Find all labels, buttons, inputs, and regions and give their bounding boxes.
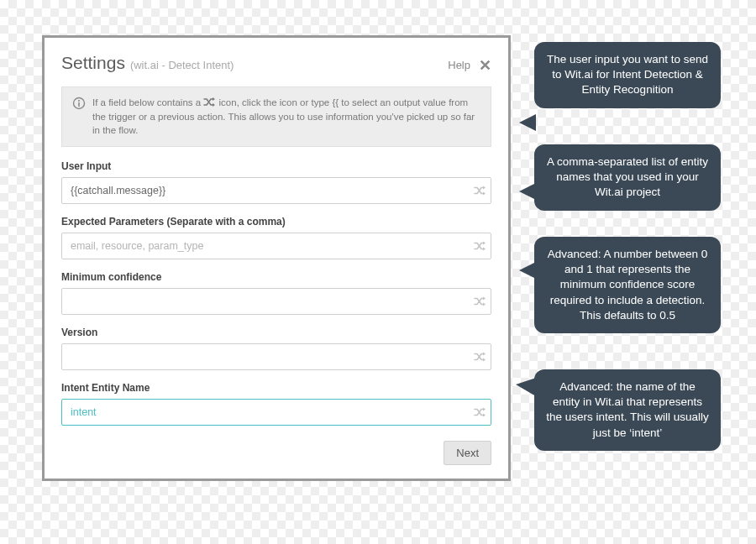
field-expected-params: Expected Parameters (Separate with a com…: [61, 216, 491, 259]
help-link[interactable]: Help: [448, 59, 470, 71]
callout-user-input: The user input you want to send to Wit.a…: [534, 42, 721, 108]
shuffle-icon[interactable]: [474, 296, 486, 307]
shuffle-icon[interactable]: [474, 241, 486, 252]
info-banner: If a field below contains a icon, click …: [61, 86, 491, 147]
expected-params-input[interactable]: [61, 233, 491, 259]
next-button[interactable]: Next: [444, 441, 491, 465]
callout-intent-entity: Advanced: the name of the entity in Wit.…: [534, 369, 721, 451]
field-min-confidence: Minimum confidence: [61, 271, 491, 315]
field-version: Version: [61, 327, 491, 370]
user-input[interactable]: [61, 177, 491, 204]
callout-text: Advanced: A number between 0 and 1 that …: [548, 248, 708, 322]
shuffle-icon: [203, 97, 216, 107]
field-user-input: User Input: [61, 160, 491, 204]
shuffle-icon[interactable]: [474, 352, 486, 363]
panel-title: Settings: [61, 53, 125, 73]
label-intent-entity: Intent Entity Name: [61, 382, 491, 394]
info-banner-text: If a field below contains a icon, click …: [92, 96, 480, 138]
shuffle-icon[interactable]: [474, 407, 486, 418]
panel-header: Settings (wit.ai - Detect Intent) Help ✕: [61, 53, 491, 73]
callout-tail: [519, 114, 536, 131]
callout-text: Advanced: the name of the entity in Wit.…: [546, 380, 708, 439]
info-text-before: If a field below contains a: [92, 97, 203, 107]
panel-subtitle: (wit.ai - Detect Intent): [130, 59, 234, 71]
close-icon[interactable]: ✕: [479, 58, 491, 73]
version-input[interactable]: [61, 343, 491, 370]
label-expected-params: Expected Parameters (Separate with a com…: [61, 216, 491, 228]
panel-title-wrap: Settings (wit.ai - Detect Intent): [61, 53, 234, 73]
intent-entity-input[interactable]: [61, 399, 491, 426]
callout-min-confidence: Advanced: A number between 0 and 1 that …: [534, 237, 721, 333]
callout-tail: [519, 183, 536, 200]
callout-expected-params: A comma-separated list of entity names t…: [534, 144, 721, 211]
label-min-confidence: Minimum confidence: [61, 271, 491, 283]
field-intent-entity: Intent Entity Name: [61, 382, 491, 426]
header-actions: Help ✕: [448, 58, 491, 73]
label-version: Version: [61, 327, 491, 338]
input-wrap-user-input: [61, 177, 491, 204]
input-wrap-intent-entity: [61, 399, 491, 426]
info-icon: [72, 97, 86, 138]
shuffle-icon[interactable]: [474, 186, 486, 196]
callout-tail: [519, 262, 536, 279]
callout-text: A comma-separated list of entity names t…: [547, 155, 708, 198]
callout-text: The user input you want to send to Wit.a…: [547, 53, 708, 96]
label-user-input: User Input: [61, 160, 491, 172]
min-confidence-input[interactable]: [61, 288, 491, 315]
input-wrap-version: [61, 343, 491, 370]
settings-panel: Settings (wit.ai - Detect Intent) Help ✕…: [42, 35, 511, 481]
callout-tail: [516, 378, 536, 396]
input-wrap-min-confidence: [61, 288, 491, 315]
input-wrap-expected-params: [61, 233, 491, 259]
panel-footer: Next: [61, 441, 491, 465]
